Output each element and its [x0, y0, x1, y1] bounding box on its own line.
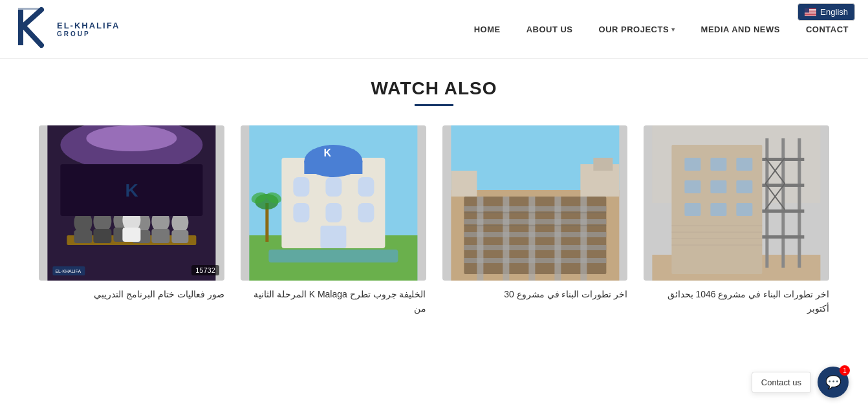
svg-line-2	[23, 26, 41, 45]
contact-float-button[interactable]: 💬 1	[818, 367, 849, 398]
card-1-title: صور فعاليات ختام البرنامج التدريبي	[39, 287, 224, 301]
svg-rect-39	[293, 177, 309, 197]
svg-rect-42	[293, 203, 309, 222]
section-title-wrap: WATCH ALSO	[39, 78, 829, 106]
svg-rect-17	[74, 230, 92, 243]
svg-line-1	[23, 10, 41, 26]
svg-rect-74	[711, 158, 727, 171]
card-2-title: الخليفة جروب تطرح K Malaga المرحلة الثان…	[241, 287, 426, 316]
svg-rect-87	[763, 209, 805, 213]
nav-home[interactable]: HOME	[474, 25, 501, 34]
contact-float-label: Contact us	[752, 372, 811, 393]
svg-rect-63	[554, 197, 561, 281]
svg-rect-60	[477, 197, 483, 281]
card-3-title: اخر تطورات البناء في مشروع 30	[442, 287, 628, 301]
svg-text:K: K	[323, 147, 331, 158]
card-4[interactable]: اخر تطورات البناء في مشروع 1046 بحدائق أ…	[644, 125, 829, 316]
cards-grid: K EL-KHALIFA 15732 صور فعاليات ختام البر…	[39, 125, 829, 316]
building-illustration: K	[241, 125, 426, 281]
nav-about[interactable]: ABOUT US	[526, 25, 573, 34]
svg-rect-67	[451, 171, 477, 197]
contact-float: Contact us 💬 1	[752, 367, 849, 398]
svg-rect-88	[763, 235, 805, 239]
svg-rect-19	[93, 229, 111, 243]
svg-rect-38	[304, 161, 362, 174]
main-nav: HOME ABOUT US OUR PROJECTS ▾ MEDIA AND N…	[474, 25, 849, 34]
svg-text:K: K	[125, 180, 138, 200]
svg-rect-50	[268, 250, 398, 262]
main-content: WATCH ALSO	[0, 59, 868, 342]
svg-rect-9	[805, 14, 816, 14]
svg-rect-3	[18, 8, 41, 10]
nav-media[interactable]: MEDIA AND NEWS	[701, 25, 780, 34]
notification-badge: 1	[840, 365, 850, 376]
card-1-badge: 15732	[191, 265, 219, 275]
flag-icon	[805, 8, 816, 16]
svg-rect-69	[593, 158, 613, 171]
svg-rect-44	[358, 203, 374, 222]
svg-rect-75	[737, 158, 753, 171]
svg-rect-76	[685, 180, 701, 193]
svg-rect-81	[737, 203, 753, 216]
section-title: WATCH ALSO	[39, 78, 829, 99]
language-selector[interactable]: English	[797, 3, 855, 21]
svg-rect-29	[122, 228, 140, 242]
svg-rect-80	[711, 203, 727, 216]
card-2-image: K	[241, 125, 426, 281]
svg-rect-73	[685, 158, 701, 171]
svg-rect-27	[171, 230, 188, 243]
svg-rect-45	[320, 226, 346, 248]
chat-icon: 💬	[825, 374, 841, 390]
svg-rect-79	[685, 203, 701, 216]
svg-rect-25	[151, 229, 169, 243]
scaffolding-illustration	[644, 125, 829, 281]
svg-rect-11	[805, 8, 809, 12]
site-header: EL-KHALIFA GROUP HOME ABOUT US OUR PROJE…	[0, 0, 868, 59]
lang-label: English	[820, 7, 848, 17]
projects-dropdown-caret: ▾	[671, 26, 675, 33]
svg-rect-64	[580, 197, 587, 281]
svg-rect-10	[805, 15, 816, 16]
card-4-title: اخر تطورات البناء في مشروع 1046 بحدائق أ…	[644, 287, 829, 316]
card-3[interactable]: اخر تطورات البناء في مشروع 30	[442, 125, 628, 316]
card-1-image: K EL-KHALIFA 15732	[39, 125, 224, 281]
card-4-image	[644, 125, 829, 281]
card-3-image	[442, 125, 628, 281]
svg-rect-8	[805, 12, 816, 13]
construction-illustration	[442, 125, 628, 281]
svg-rect-62	[528, 197, 535, 281]
section-title-underline	[415, 104, 453, 106]
group-photo-illustration: K EL-KHALIFA	[39, 125, 224, 281]
svg-rect-41	[358, 177, 374, 197]
nav-projects[interactable]: OUR PROJECTS ▾	[599, 25, 675, 34]
svg-rect-61	[503, 197, 509, 281]
svg-rect-40	[325, 177, 342, 197]
logo-text: EL-KHALIFA GROUP	[57, 21, 120, 37]
svg-text:EL-KHALIFA: EL-KHALIFA	[55, 269, 81, 273]
card-2[interactable]: K الخليفة جروب تطرح K Malaga المرحلة الث…	[241, 125, 426, 316]
logo-area[interactable]: EL-KHALIFA GROUP	[13, 6, 120, 52]
svg-rect-77	[711, 180, 727, 193]
logo-icon	[13, 6, 52, 52]
card-1[interactable]: K EL-KHALIFA 15732 صور فعاليات ختام البر…	[39, 125, 224, 316]
svg-point-14	[86, 125, 177, 151]
nav-contact[interactable]: CONTACT	[806, 25, 849, 34]
svg-rect-78	[737, 180, 753, 193]
svg-rect-43	[325, 203, 342, 222]
